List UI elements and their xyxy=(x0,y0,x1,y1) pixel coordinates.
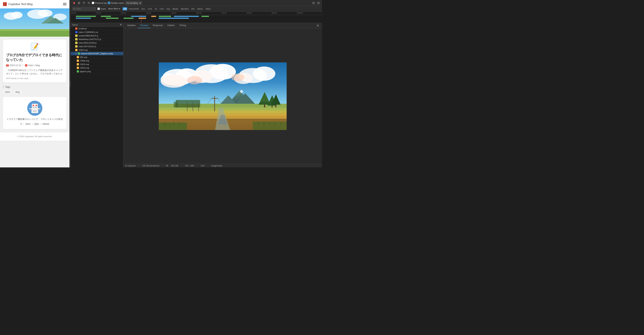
svg-point-23 xyxy=(73,2,75,4)
network-list: Name H localhost C index.C1Wt9HE3.css xyxy=(71,23,124,167)
author-dot-icon: A xyxy=(25,64,28,67)
tab-response[interactable]: Response xyxy=(150,23,165,28)
file-icon-webp: I xyxy=(78,52,80,55)
item-name-css: index.C1Wt9HE3.css xyxy=(78,31,98,33)
blog-title: Cryptobox Tech Blog xyxy=(8,3,32,6)
network-item-banner-webp[interactable]: I banner.D81HcKWP_Zkg6wo.webp xyxy=(71,52,123,55)
network-item-hoisted-js[interactable]: J hoisted.BB6uRyKX.js xyxy=(71,34,123,37)
author-link-github[interactable]: Github xyxy=(42,123,49,125)
clear-btn[interactable] xyxy=(77,1,81,4)
preview-tabs: Headers Preview Response Initiator Timin… xyxy=(124,23,322,28)
type-btn-css[interactable]: CSS xyxy=(147,7,153,10)
stop-recording-btn[interactable] xyxy=(72,1,76,4)
preserve-log-checkbox[interactable] xyxy=(92,2,94,4)
tl-bar-5 xyxy=(159,16,171,17)
svg-rect-19 xyxy=(29,108,32,109)
tl-bar-11 xyxy=(138,18,146,19)
search-btn[interactable] xyxy=(87,1,91,4)
type-btn-manifest[interactable]: Manifest xyxy=(180,7,190,10)
type-btn-wasm[interactable]: Wasm xyxy=(196,7,204,10)
throttle-select[interactable]: No throttling xyxy=(125,1,142,5)
author-avatar-svg: ARMY xyxy=(27,101,42,116)
timeline-marker xyxy=(141,15,142,23)
file-icon-png: I xyxy=(77,70,79,72)
item-name-jigazou-png: jigazou.png xyxy=(80,70,91,72)
status-dimensions: 720 × 384 xyxy=(185,165,194,167)
type-btn-fetch[interactable]: Fetch/XHR xyxy=(128,7,140,10)
type-btn-all[interactable]: All xyxy=(123,7,127,10)
type-btn-media[interactable]: Media xyxy=(171,7,179,10)
file-icon-js-4: J xyxy=(75,45,78,47)
type-btn-doc[interactable]: Doc xyxy=(140,7,146,10)
filter-input[interactable] xyxy=(76,8,95,10)
invert-checkbox[interactable] xyxy=(98,7,100,10)
svg-line-30 xyxy=(89,3,90,4)
svg-point-6 xyxy=(38,9,52,17)
preserve-log-label[interactable]: Preserve log xyxy=(92,2,107,4)
status-size: 59.5 kB xyxy=(171,165,178,167)
tick-100: 100 ms xyxy=(297,12,322,15)
network-item-css[interactable]: C index.C1Wt9HE3.css xyxy=(71,30,123,34)
status-requests: 13 requests xyxy=(125,165,136,167)
calendar-icon: 17 xyxy=(6,64,9,66)
item-name-svg-4: 1f4c5.svg xyxy=(80,63,89,65)
blog-header: C Cryptobox Tech Blog xyxy=(0,0,70,8)
svg-point-53 xyxy=(231,74,244,81)
network-item-localhost[interactable]: H localhost xyxy=(71,27,123,30)
network-item-svg-5[interactable]: S 1f516.svg xyxy=(71,66,123,70)
author-link-qiita[interactable]: Qiita xyxy=(34,123,39,125)
network-item-jigazou-png[interactable]: I jigazou.png xyxy=(71,70,123,73)
disable-cache-checkbox[interactable] xyxy=(108,2,110,4)
disable-cache-label[interactable]: Disable cache xyxy=(108,2,124,4)
file-icon-svg-3: S xyxy=(77,59,79,62)
filter-toggle-btn[interactable] xyxy=(82,2,86,4)
network-item-index-js[interactable]: J index.DhYZZe0J.js xyxy=(71,45,123,48)
devtools-panel: Preserve log Disable cache No throttling… xyxy=(71,0,322,167)
preview-image-svg xyxy=(159,62,287,130)
type-btn-ws[interactable]: WS xyxy=(190,7,196,10)
tl-bar-8 xyxy=(76,18,91,19)
hamburger-menu[interactable] xyxy=(63,3,66,5)
file-icon-html: H xyxy=(75,27,78,30)
preserve-log-text: Preserve log xyxy=(95,2,107,4)
tick-20: 20 ms xyxy=(96,12,121,15)
type-btn-other[interactable]: Other xyxy=(204,7,212,10)
network-item-client-js[interactable]: J client.BIGLHmRd.js xyxy=(71,41,123,45)
item-name-index-js: index.DhYZZe0J.js xyxy=(78,45,96,47)
more-filters-btn[interactable]: More filters ▾ xyxy=(107,7,122,10)
item-name-localhost: localhost xyxy=(78,27,87,30)
status-type: image/webp xyxy=(211,165,222,167)
file-icon-js-1: J xyxy=(75,34,78,37)
network-item-svg-4[interactable]: S 1f4c5.svg xyxy=(71,62,123,66)
card-icon-area: 📝 xyxy=(6,43,64,50)
filter-search-icon xyxy=(74,8,76,10)
item-name-client-js: client.BIGLHmRd.js xyxy=(78,42,97,44)
invert-label[interactable]: Invert xyxy=(98,7,106,10)
type-btn-img[interactable]: Img xyxy=(165,7,171,10)
author-link-x[interactable]: X xyxy=(20,123,22,125)
preview-close-btn[interactable] xyxy=(315,23,320,28)
network-item-svg-1[interactable]: S 1f4e6.svg xyxy=(71,48,123,52)
import-har-btn[interactable] xyxy=(312,1,316,5)
network-item-title-svg[interactable]: S title.svg xyxy=(71,55,123,59)
network-item-mobilenav-js[interactable]: J MobileNav.CwKTFsT2.js xyxy=(71,37,123,41)
svg-rect-15 xyxy=(32,105,34,106)
timeline-area: 10 ms 20 ms 30 ms 40 ms 50 ms 60 ms 70 m… xyxy=(71,12,322,23)
network-close-icon xyxy=(120,24,122,26)
network-list-header: Name xyxy=(71,23,123,27)
svg-line-36 xyxy=(75,9,75,9)
tab-initiator[interactable]: Initiator xyxy=(165,23,177,28)
author-link-zenn[interactable]: Zenn xyxy=(26,123,30,125)
svg-point-4 xyxy=(11,12,22,18)
network-item-svg-3[interactable]: S 1f4dd.svg xyxy=(71,59,123,62)
export-har-btn[interactable] xyxy=(316,1,320,5)
tab-timing[interactable]: Timing xyxy=(177,23,188,28)
tab-headers[interactable]: Headers xyxy=(125,23,138,28)
type-btn-js[interactable]: JS xyxy=(154,7,158,10)
tl-bar-1 xyxy=(76,16,96,17)
tag-item-astro[interactable]: Astro xyxy=(3,90,12,94)
tag-item-blog[interactable]: blog xyxy=(14,90,22,94)
author-card: ARMY ミステリー愛好家のエンジニア。フロントエンドが好き X / Zenn … xyxy=(3,97,66,129)
tab-preview[interactable]: Preview xyxy=(138,23,150,28)
type-btn-font[interactable]: Font xyxy=(158,7,165,10)
